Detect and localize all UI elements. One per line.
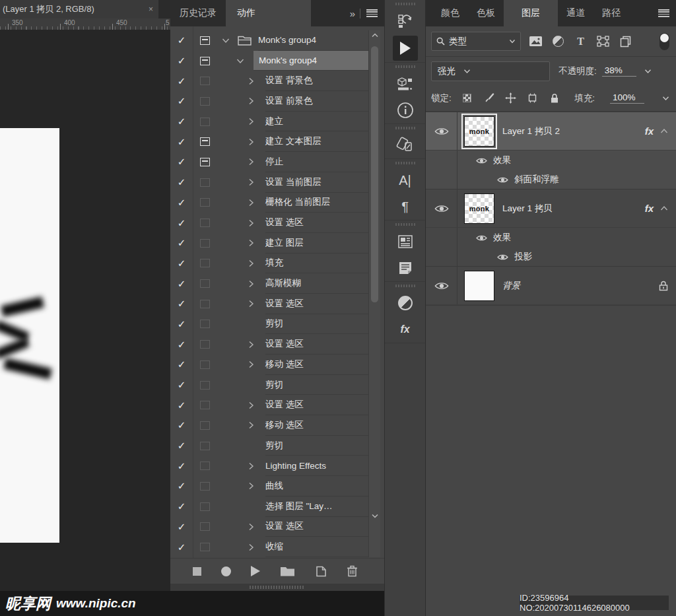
collapse-chevron-icon[interactable] xyxy=(218,38,234,44)
include-toggle-check[interactable]: ✓ xyxy=(170,541,193,553)
stop-button[interactable] xyxy=(193,567,201,576)
expand-chevron-icon[interactable] xyxy=(243,239,259,247)
layer-thumbnail[interactable]: monk xyxy=(464,193,494,224)
dialog-toggle[interactable] xyxy=(200,279,210,288)
layer-comps-icon[interactable] xyxy=(385,132,425,158)
layer-row[interactable]: monkLayer 1 拷贝fx xyxy=(426,189,676,228)
tab-paths[interactable]: 路径 xyxy=(593,0,629,26)
dock-grip[interactable] xyxy=(385,282,425,290)
pixel-layer-filter-icon[interactable] xyxy=(528,36,543,47)
smart-object-filter-icon[interactable] xyxy=(618,36,633,48)
include-toggle-check[interactable]: ✓ xyxy=(170,156,193,168)
adjustment-layer-filter-icon[interactable] xyxy=(551,36,566,47)
chevron-down-icon[interactable] xyxy=(662,96,669,101)
action-step-row[interactable]: ✓停止 xyxy=(170,152,384,172)
action-step-row[interactable]: ✓设置 选区 xyxy=(170,334,384,355)
fx-badge[interactable]: fx xyxy=(645,203,654,214)
expand-chevron-icon[interactable] xyxy=(243,118,259,125)
expand-chevron-icon[interactable] xyxy=(243,360,259,368)
tab-layers[interactable]: 图层 xyxy=(504,0,558,26)
type-layer-filter-icon[interactable]: T xyxy=(573,36,588,48)
action-step-row[interactable]: ✓Lighting Effects xyxy=(170,456,384,476)
dialog-toggle[interactable] xyxy=(200,360,210,369)
3d-panel-icon[interactable] xyxy=(385,71,425,97)
expand-chevron-icon[interactable] xyxy=(243,523,259,531)
expand-chevron-icon[interactable] xyxy=(243,77,259,85)
adjustments-panel-icon[interactable] xyxy=(385,290,425,316)
expand-chevron-icon[interactable] xyxy=(243,462,259,470)
expand-chevron-icon[interactable] xyxy=(243,178,259,186)
expand-chevron-icon[interactable] xyxy=(243,482,259,490)
include-toggle-check[interactable]: ✓ xyxy=(170,318,193,330)
actions-panel-icon[interactable] xyxy=(385,34,425,62)
filter-kind-dropdown[interactable]: 类型 xyxy=(431,32,521,51)
lock-pixels-icon[interactable] xyxy=(483,93,495,104)
tab-color[interactable]: 颜色 xyxy=(432,0,468,26)
scrollbar-thumb[interactable] xyxy=(371,46,378,302)
collapse-effects-chevron-icon[interactable] xyxy=(660,205,668,211)
include-toggle-check[interactable]: ✓ xyxy=(170,95,193,107)
expand-chevron-icon[interactable] xyxy=(243,199,259,207)
dialog-toggle[interactable] xyxy=(200,482,210,491)
dialog-toggle[interactable] xyxy=(200,462,210,470)
include-toggle-check[interactable]: ✓ xyxy=(170,116,193,127)
expand-chevron-icon[interactable] xyxy=(243,158,259,166)
new-action-button[interactable] xyxy=(315,566,327,577)
action-step-row[interactable]: ✓设置 选区 xyxy=(170,213,384,233)
effect-row[interactable]: 投影 xyxy=(426,248,676,266)
dialog-toggle[interactable] xyxy=(200,522,210,531)
record-button[interactable] xyxy=(221,566,231,576)
action-step-row[interactable]: ✓建立 文本图层 xyxy=(170,131,384,152)
expand-chevron-icon[interactable] xyxy=(243,341,259,349)
dialog-toggle[interactable] xyxy=(200,36,210,45)
expand-chevron-icon[interactable] xyxy=(243,543,259,551)
tab-swatches[interactable]: 色板 xyxy=(468,0,504,26)
character-panel-icon[interactable]: A| xyxy=(385,167,425,193)
lock-position-icon[interactable] xyxy=(505,92,517,104)
scroll-down-icon[interactable] xyxy=(369,513,380,519)
dock-grip[interactable] xyxy=(385,63,425,71)
action-step-row[interactable]: ✓设置 选区 xyxy=(170,395,384,415)
dialog-toggle[interactable] xyxy=(200,381,210,390)
lock-all-icon[interactable] xyxy=(549,93,560,104)
action-row[interactable]: ✓Monk's group4 xyxy=(170,51,384,71)
expand-chevron-icon[interactable] xyxy=(243,300,259,308)
action-step-row[interactable]: ✓剪切 xyxy=(170,375,384,395)
visibility-toggle[interactable] xyxy=(426,267,457,304)
document-canvas[interactable] xyxy=(0,128,59,543)
include-toggle-check[interactable]: ✓ xyxy=(170,257,193,269)
tab-channels[interactable]: 通道 xyxy=(558,0,593,26)
panel-menu-icon[interactable] xyxy=(658,9,669,17)
opacity-value[interactable]: 38% xyxy=(602,65,636,77)
action-step-row[interactable]: ✓建立 xyxy=(170,112,384,132)
visibility-toggle[interactable] xyxy=(426,112,457,150)
action-step-row[interactable]: ✓设置 选区 xyxy=(170,294,384,314)
include-toggle-check[interactable]: ✓ xyxy=(170,197,193,209)
action-set-row[interactable]: ✓Monk's group4 xyxy=(170,30,384,51)
dialog-toggle[interactable] xyxy=(200,198,210,207)
action-step-row[interactable]: ✓剪切 xyxy=(170,314,384,335)
dialog-toggle[interactable] xyxy=(200,401,210,409)
include-toggle-check[interactable]: ✓ xyxy=(170,440,193,452)
dialog-toggle[interactable] xyxy=(200,118,210,126)
paragraph-styles-icon[interactable] xyxy=(385,255,425,281)
action-step-row[interactable]: ✓设置 前景色 xyxy=(170,91,384,112)
new-set-button[interactable] xyxy=(280,566,295,577)
include-toggle-check[interactable]: ✓ xyxy=(170,75,193,87)
effect-visibility-toggle[interactable] xyxy=(476,157,487,164)
dialog-toggle[interactable] xyxy=(200,77,210,85)
include-toggle-check[interactable]: ✓ xyxy=(170,136,193,148)
dialog-toggle[interactable] xyxy=(200,300,210,308)
play-button[interactable] xyxy=(251,566,260,576)
dock-grip[interactable] xyxy=(385,221,425,228)
expand-chevron-icon[interactable] xyxy=(243,138,259,146)
effect-visibility-toggle[interactable] xyxy=(497,254,508,261)
dock-grip[interactable] xyxy=(385,159,425,167)
expand-chevron-icon[interactable] xyxy=(243,401,259,409)
include-toggle-check[interactable]: ✓ xyxy=(170,34,193,46)
effect-row[interactable]: 效果 xyxy=(426,151,676,170)
effect-visibility-toggle[interactable] xyxy=(476,234,487,242)
action-step-row[interactable]: ✓建立 图层 xyxy=(170,233,384,254)
chevron-down-icon[interactable] xyxy=(644,69,652,74)
paragraph-panel-icon[interactable]: ¶ xyxy=(385,193,425,220)
